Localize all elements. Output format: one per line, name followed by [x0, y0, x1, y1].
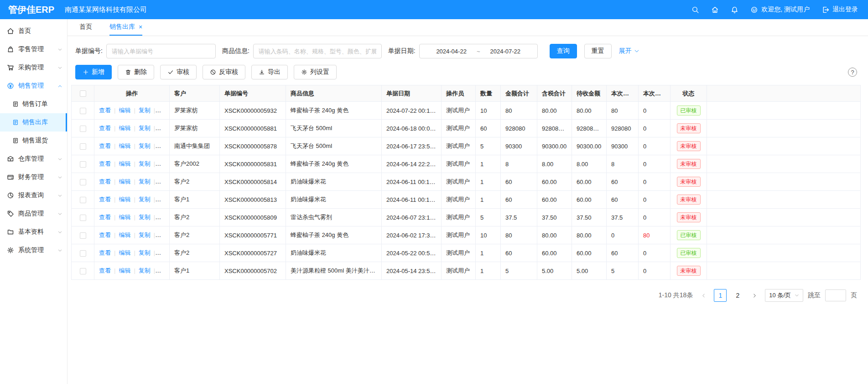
search-button[interactable]: 查询 [550, 44, 577, 58]
cell-qty: 1 [476, 262, 501, 280]
sidebar-item-basic-data[interactable]: 基本资料 [0, 223, 67, 241]
row-action-copy[interactable]: 复制 [139, 249, 151, 256]
reset-button[interactable]: 重置 [584, 44, 612, 58]
row-action-copy[interactable]: 复制 [139, 214, 151, 221]
export-button[interactable]: 导出 [251, 65, 288, 79]
row-action-copy[interactable]: 复制 [139, 267, 151, 274]
row-checkbox[interactable] [80, 215, 86, 221]
row-action-view[interactable]: 查看 [99, 160, 111, 167]
home-icon[interactable] [711, 6, 719, 14]
page-2-button[interactable]: 2 [731, 289, 744, 302]
row-action-edit[interactable]: 编辑 [119, 267, 130, 274]
check-icon [167, 69, 174, 75]
page-size-select[interactable]: 10 条/页 [765, 289, 803, 302]
row-checkbox[interactable] [80, 197, 86, 203]
close-tab-icon[interactable]: × [139, 24, 142, 30]
row-action-copy[interactable]: 复制 [139, 125, 151, 132]
sidebar-item-retail[interactable]: 零售管理 [0, 40, 67, 58]
sidebar-item-reports[interactable]: 报表查询 [0, 186, 67, 205]
row-action-edit[interactable]: 编辑 [119, 160, 130, 167]
row-checkbox[interactable] [80, 161, 86, 168]
page-1-button[interactable]: 1 [714, 289, 727, 302]
row-action-edit[interactable]: 编辑 [119, 125, 130, 132]
row-action-view[interactable]: 查看 [99, 249, 111, 256]
action-separator: | [134, 160, 135, 167]
row-action-copy[interactable]: 复制 [139, 142, 151, 149]
jump-page-input[interactable] [825, 289, 846, 301]
chevron-down-icon [57, 230, 62, 235]
document-icon [12, 101, 19, 107]
unaudit-button[interactable]: 反审核 [203, 65, 245, 79]
row-action-view[interactable]: 查看 [99, 178, 111, 185]
sidebar-item-sales-return[interactable]: 销售退货 [0, 132, 67, 150]
expand-link[interactable]: 展开 [619, 47, 639, 55]
row-action-view[interactable]: 查看 [99, 231, 111, 238]
cell-debt: 0 [639, 209, 670, 226]
help-icon[interactable]: ? [848, 68, 857, 77]
row-action-view[interactable]: 查看 [99, 107, 111, 114]
row-action-edit[interactable]: 编辑 [119, 249, 130, 256]
search-button-label: 查询 [557, 47, 570, 55]
row-checkbox[interactable] [80, 250, 86, 257]
sidebar-item-sales-order[interactable]: 销售订单 [0, 95, 67, 113]
row-checkbox[interactable] [80, 143, 86, 150]
row-action-edit[interactable]: 编辑 [119, 142, 130, 149]
row-action-view[interactable]: 查看 [99, 196, 111, 203]
cell-date: 2024-06-14 22:24:51 [382, 155, 442, 173]
row-action-copy[interactable]: 复制 [139, 178, 151, 185]
product-info-input[interactable] [253, 44, 382, 58]
row-action-view[interactable]: 查看 [99, 125, 111, 132]
sidebar-item-purchase[interactable]: 采购管理 [0, 58, 67, 77]
sidebar-item-sales-outbound[interactable]: 销售出库 [0, 113, 67, 132]
row-action-view[interactable]: 查看 [99, 142, 111, 149]
row-action-edit[interactable]: 编辑 [119, 196, 130, 203]
prev-page-button[interactable] [697, 289, 709, 301]
search-icon[interactable] [691, 6, 699, 14]
row-action-view[interactable]: 查看 [99, 214, 111, 221]
logout-button[interactable]: 退出登录 [821, 5, 858, 14]
row-action-copy[interactable]: 复制 [139, 107, 151, 114]
row-action-edit[interactable]: 编辑 [119, 178, 130, 185]
sidebar-item-label: 采购管理 [18, 63, 44, 72]
cell-product: 奶油味爆米花 [286, 191, 382, 209]
tab-sales-outbound[interactable]: 销售出库 × [109, 19, 142, 36]
sidebar-item-home[interactable]: 首页 [0, 22, 67, 40]
cell-debt: 0 [639, 244, 670, 262]
sidebar-item-finance[interactable]: 财务管理 [0, 168, 67, 186]
sidebar-item-warehouse[interactable]: 仓库管理 [0, 150, 67, 168]
delete-button[interactable]: 删除 [118, 65, 154, 79]
user-menu[interactable]: 欢迎您, 测试用户 [750, 5, 810, 14]
cell-status: 已审核 [670, 244, 707, 262]
cell-amount: 37.5 [501, 209, 537, 226]
sidebar-item-sales[interactable]: 销售管理 [0, 77, 67, 95]
sidebar-item-system[interactable]: 系统管理 [0, 241, 67, 259]
column-settings-button[interactable]: 列设置 [294, 65, 337, 79]
row-action-edit[interactable]: 编辑 [119, 214, 130, 221]
row-checkbox[interactable] [80, 232, 86, 239]
row-checkbox[interactable] [80, 179, 86, 185]
audit-button[interactable]: 审核 [160, 65, 197, 79]
row-checkbox[interactable] [80, 108, 86, 114]
sidebar-item-products[interactable]: 商品管理 [0, 205, 67, 223]
tab-home[interactable]: 首页 [79, 19, 92, 36]
tab-label: 销售出库 [109, 23, 135, 31]
row-checkbox[interactable] [80, 268, 86, 274]
next-page-button[interactable] [748, 289, 760, 301]
cell-operator: 测试用户 [442, 120, 476, 137]
date-range-picker[interactable]: 2024-04-22 ~ 2024-07-22 [419, 44, 538, 58]
select-all-checkbox[interactable] [80, 90, 86, 97]
row-action-edit[interactable]: 编辑 [119, 107, 130, 114]
cell-actions: 查看|编辑|复制|删除 [94, 137, 170, 155]
row-action-view[interactable]: 查看 [99, 267, 111, 274]
cell-filler [707, 173, 861, 191]
row-action-copy[interactable]: 复制 [139, 160, 151, 167]
row-action-copy[interactable]: 复制 [139, 196, 151, 203]
add-button[interactable]: 新增 [75, 65, 112, 79]
bell-icon[interactable] [731, 6, 738, 14]
row-checkbox[interactable] [80, 126, 86, 132]
row-action-copy[interactable]: 复制 [139, 231, 151, 238]
welcome-text: 欢迎您, 测试用户 [761, 5, 810, 14]
row-action-edit[interactable]: 编辑 [119, 231, 130, 238]
document-icon [12, 119, 19, 126]
doc-no-input[interactable] [106, 44, 216, 58]
